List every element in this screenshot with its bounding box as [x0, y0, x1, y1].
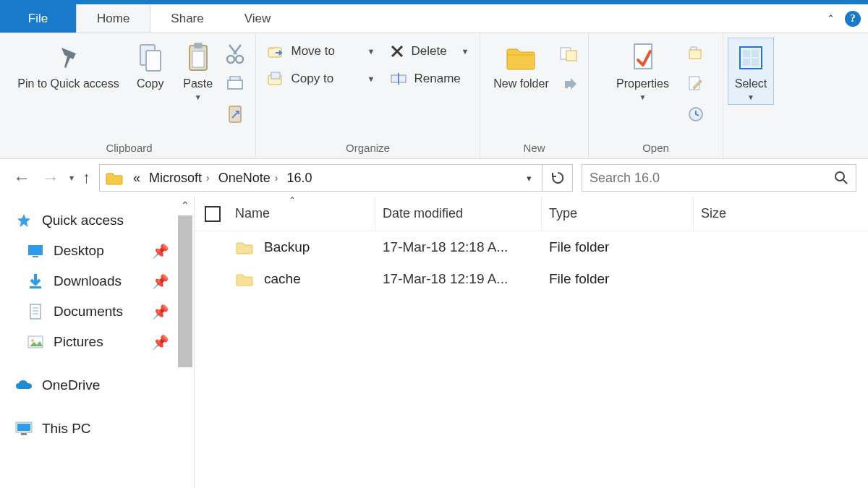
column-date[interactable]: Date modified [375, 197, 542, 231]
back-button[interactable]: ← [12, 168, 32, 188]
edit-icon [687, 74, 705, 93]
column-name[interactable]: ⌃ Name [195, 197, 375, 231]
rename-button[interactable]: Rename [383, 65, 477, 93]
select-icon [737, 41, 765, 74]
breadcrumb-item[interactable]: OneNote› [214, 165, 283, 191]
tab-share[interactable]: Share [150, 4, 224, 33]
new-folder-label: New folder [493, 77, 548, 90]
address-bar[interactable]: « Microsoft› OneNote› 16.0 ▾ [99, 164, 573, 192]
new-folder-button[interactable]: New folder [487, 38, 555, 94]
svg-line-27 [843, 180, 847, 184]
sidebar-quick-access[interactable]: Quick access [9, 205, 194, 236]
copy-to-icon [267, 70, 284, 87]
help-icon[interactable]: ? [845, 11, 861, 27]
easy-access-button[interactable] [557, 69, 582, 98]
copy-to-label: Copy to [292, 72, 360, 86]
new-item-icon [559, 45, 579, 62]
breadcrumb-prefix[interactable]: « [129, 165, 145, 191]
paste-shortcut-button[interactable] [223, 100, 247, 129]
column-label: Name [235, 206, 270, 221]
pin-to-quick-access-button[interactable]: Pin to Quick access [11, 38, 126, 94]
svg-rect-18 [689, 50, 701, 59]
scroll-up-icon[interactable]: ⌃ [181, 200, 190, 211]
ribbon-tabs: File Home Share View ⌃ ? [0, 4, 868, 33]
folder-icon [235, 239, 254, 255]
column-label: Type [549, 206, 577, 221]
folder-icon [104, 169, 124, 187]
up-button[interactable]: ↑ [82, 168, 90, 187]
paste-button[interactable]: Paste ▼ [175, 38, 221, 105]
svg-point-6 [236, 56, 243, 63]
sidebar-downloads[interactable]: Downloads 📌 [9, 266, 194, 296]
select-button[interactable]: Select ▼ [728, 38, 774, 105]
paste-label: Paste [183, 77, 213, 90]
search-box[interactable] [582, 164, 856, 192]
table-row[interactable]: Backup 17-Mar-18 12:18 A... File folder [195, 231, 868, 263]
column-size[interactable]: Size [694, 197, 868, 231]
breadcrumb-item[interactable]: 16.0 [282, 165, 316, 191]
sidebar-documents[interactable]: Documents 📌 [9, 296, 194, 327]
file-name: Backup [264, 239, 310, 255]
folder-icon [504, 41, 537, 74]
copy-to-button[interactable]: Copy to ▼ [260, 65, 383, 93]
tab-home[interactable]: Home [76, 4, 150, 33]
sidebar-this-pc[interactable]: This PC [9, 414, 194, 444]
collapse-ribbon-icon[interactable]: ⌃ [827, 13, 835, 24]
delete-button[interactable]: Delete ▼ [383, 38, 477, 65]
select-group-label [749, 142, 752, 157]
address-dropdown[interactable]: ▾ [519, 165, 539, 191]
copy-icon [136, 41, 165, 74]
svg-rect-31 [30, 304, 41, 319]
sidebar-desktop[interactable]: Desktop 📌 [9, 236, 194, 266]
tab-file[interactable]: File [0, 4, 76, 33]
recent-locations-button[interactable]: ▾ [69, 173, 74, 183]
svg-rect-7 [228, 80, 242, 89]
select-all-checkbox[interactable] [205, 206, 221, 222]
chevron-down-icon: ▼ [639, 93, 647, 101]
svg-rect-25 [752, 59, 759, 66]
svg-point-36 [31, 339, 34, 342]
downloads-icon [26, 273, 45, 290]
nav-pane: ⌃ Quick access Desktop 📌 Downloads 📌 Doc… [0, 197, 194, 488]
table-row[interactable]: cache 17-Mar-18 12:19 A... File folder [195, 263, 868, 295]
history-button[interactable] [684, 100, 708, 129]
folder-icon [235, 271, 254, 287]
pin-icon [54, 41, 83, 74]
open-button[interactable] [684, 39, 708, 68]
sidebar-pictures[interactable]: Pictures 📌 [9, 327, 194, 357]
ribbon-group-open: Properties ▼ Open [589, 33, 723, 158]
pin-label: Pin to Quick access [17, 77, 119, 90]
svg-rect-29 [33, 256, 38, 257]
cut-button[interactable] [223, 39, 247, 68]
svg-rect-38 [17, 424, 30, 431]
paste-icon [184, 41, 213, 74]
sidebar-label: Documents [54, 304, 123, 320]
organize-group-label: Organize [346, 142, 390, 157]
column-label: Date modified [383, 206, 463, 221]
move-to-button[interactable]: Move to ▼ [260, 38, 383, 65]
column-type[interactable]: Type [542, 197, 694, 231]
svg-point-5 [227, 56, 234, 63]
star-icon [14, 213, 33, 228]
edit-button[interactable] [684, 69, 708, 98]
refresh-button[interactable] [542, 165, 572, 191]
new-group-label: New [523, 142, 545, 157]
pin-icon: 📌 [152, 273, 169, 290]
sidebar-onedrive[interactable]: OneDrive [9, 370, 194, 401]
copy-button[interactable]: Copy [127, 38, 174, 94]
copy-path-button[interactable] [223, 69, 247, 98]
scrollbar-thumb[interactable] [178, 215, 192, 367]
properties-button[interactable]: Properties ▼ [604, 38, 682, 105]
new-item-button[interactable] [557, 39, 582, 68]
pictures-icon [26, 335, 45, 349]
search-input[interactable] [590, 171, 848, 186]
file-list: ⌃ Name Date modified Type Size Backup 17… [194, 197, 868, 488]
forward-button[interactable]: → [41, 168, 61, 188]
tab-view[interactable]: View [224, 4, 292, 33]
documents-icon [26, 303, 45, 320]
ribbon-group-new: New folder New [480, 33, 589, 158]
breadcrumb-item[interactable]: Microsoft› [145, 165, 214, 191]
svg-rect-22 [743, 50, 750, 57]
this-pc-icon [14, 421, 33, 437]
search-icon [834, 171, 848, 185]
